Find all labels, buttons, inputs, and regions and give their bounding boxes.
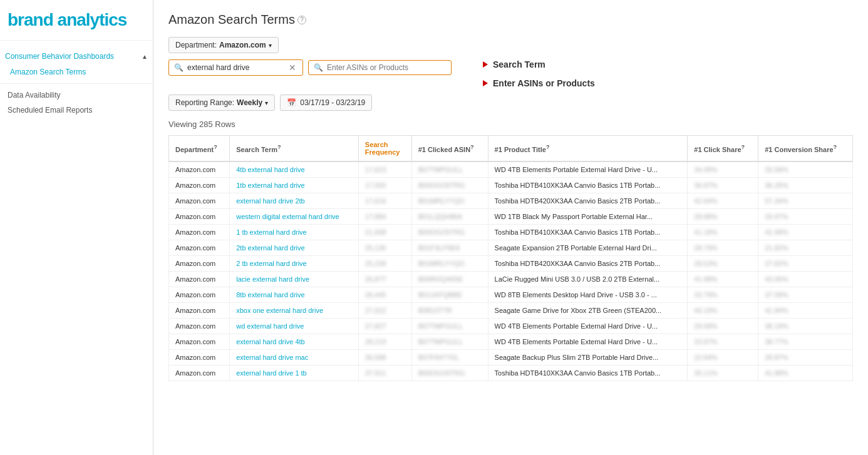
reporting-range-btn[interactable]: Reporting Range: Weekly ▾ — [168, 95, 275, 111]
search-term-link[interactable]: 1 tb external hard drive — [236, 228, 307, 236]
cell-conv-share1: 33.58% — [758, 161, 853, 178]
cell-search-term: 4tb external hard drive — [230, 161, 359, 178]
sidebar: brand analytics Consumer Behavior Dashbo… — [0, 0, 153, 455]
search-term-link[interactable]: 4tb external hard drive — [236, 166, 304, 173]
cell-asin1: B00RGQ40SE — [411, 272, 488, 287]
arrow-right-icon-2 — [483, 80, 488, 86]
cell-conv-share1: 41.88% — [758, 366, 853, 381]
cell-conv-share1: 43.05% — [758, 272, 853, 287]
search-term-input[interactable] — [187, 63, 287, 72]
cell-product1: Seagate Game Drive for Xbox 2TB Green (S… — [488, 303, 688, 319]
search-term-link[interactable]: external hard drive 2tb — [236, 197, 304, 205]
table-row: Amazon.comexternal hard drive 4tb28,219B… — [169, 334, 853, 350]
table-row: Amazon.com2 tb external hard drive25,228… — [169, 256, 853, 272]
viewing-rows-label: Viewing 285 Rows — [168, 120, 853, 129]
cell-search-frequency: 17,623 — [358, 161, 411, 178]
search-term-link[interactable]: lacie external hard drive — [236, 275, 309, 283]
table-row: Amazon.comlacie external hard drive26,87… — [169, 272, 853, 287]
table-row: Amazon.com4tb external hard drive17,623B… — [169, 161, 853, 178]
reporting-range-value: Weekly — [237, 98, 262, 107]
chevron-up-icon: ▲ — [142, 53, 148, 60]
col-header-click-share1: #1 Click Share? — [688, 136, 758, 162]
sidebar-item-data-availability[interactable]: Data Availability — [0, 88, 153, 103]
cell-product1: Toshiba HDTB420XK3AA Canvio Basics 2TB P… — [488, 256, 688, 272]
cell-department: Amazon.com — [169, 240, 230, 256]
sidebar-item-amazon-search-terms[interactable]: Amazon Search Terms — [0, 64, 153, 79]
annotation-asin: Enter ASINs or Products — [483, 78, 595, 88]
cell-search-frequency: 26,877 — [358, 272, 411, 287]
search-term-link[interactable]: 2 tb external hard drive — [236, 260, 307, 267]
cell-product1: WD 1TB Black My Passport Portable Extern… — [488, 209, 688, 225]
cell-click-share1: 40.19% — [688, 303, 758, 319]
cell-click-share1: 34.49% — [688, 161, 758, 178]
cell-product1: Seagate Expansion 2TB Portable External … — [488, 240, 688, 256]
table-row: Amazon.comwestern digital external hard … — [169, 209, 853, 225]
cell-asin1: B07TMPGULL — [411, 319, 488, 334]
cell-product1: WD 8TB Elements Desktop Hard Drive - USB… — [488, 287, 688, 303]
cell-search-term: western digital external hard drive — [230, 209, 359, 225]
search-term-link[interactable]: external hard drive mac — [236, 354, 308, 361]
cell-asin1: B07TMPGULL — [411, 334, 488, 350]
cell-product1: LaCie Rugged Mini USB 3.0 / USB 2.0 2TB … — [488, 272, 688, 287]
asin-input-wrapper: 🔍 — [308, 60, 452, 75]
sidebar-item-scheduled-email-reports[interactable]: Scheduled Email Reports — [0, 103, 153, 118]
department-value: Amazon.com — [219, 41, 266, 49]
arrow-right-icon — [483, 61, 488, 68]
department-filter-btn[interactable]: Department: Amazon.com ▾ — [168, 37, 279, 53]
nav-divider — [0, 83, 153, 84]
search-icon: 🔍 — [174, 63, 183, 72]
search-term-link[interactable]: 2tb external hard drive — [236, 244, 304, 252]
date-range-btn[interactable]: 📅 03/17/19 - 03/23/19 — [280, 95, 372, 111]
clear-search-btn[interactable]: ✕ — [287, 63, 297, 73]
cell-search-frequency: 27,622 — [358, 303, 411, 319]
cell-click-share1: 41.18% — [688, 225, 758, 240]
cell-conv-share1: 21.82% — [758, 240, 853, 256]
search-term-link[interactable]: wd external hard drive — [236, 322, 304, 330]
search-inputs-row: 🔍 ✕ 🔍 — [168, 59, 452, 76]
search-term-link[interactable]: 1tb external hard drive — [236, 181, 304, 189]
cell-search-frequency: 17,550 — [358, 178, 411, 193]
cell-search-frequency: 25,228 — [358, 256, 411, 272]
cell-department: Amazon.com — [169, 319, 230, 334]
search-term-link[interactable]: xbox one external hard drive — [236, 307, 323, 314]
search-term-link[interactable]: external hard drive 4tb — [236, 338, 304, 345]
cell-click-share1: 28.79% — [688, 240, 758, 256]
cell-click-share1: 36.87% — [688, 178, 758, 193]
cell-search-frequency: 17,616 — [358, 193, 411, 209]
consumer-behavior-group[interactable]: Consumer Behavior Dashboards ▲ — [0, 48, 153, 64]
cell-search-term: wd external hard drive — [230, 319, 359, 334]
table-row: Amazon.com8tb external hard drive26,445B… — [169, 287, 853, 303]
page-title: Amazon Search Terms — [168, 13, 295, 27]
asin-input[interactable] — [327, 63, 446, 72]
table-row: Amazon.comexternal hard drive 1 tb37,911… — [169, 366, 853, 381]
table-body: Amazon.com4tb external hard drive17,623B… — [169, 161, 853, 381]
search-term-link[interactable]: western digital external hard drive — [236, 213, 339, 220]
cell-click-share1: 22.84% — [688, 350, 758, 366]
cell-search-term: 2 tb external hard drive — [230, 256, 359, 272]
cell-department: Amazon.com — [169, 350, 230, 366]
cell-search-frequency: 28,219 — [358, 334, 411, 350]
page-title-help-icon[interactable]: ? — [297, 16, 306, 24]
cell-department: Amazon.com — [169, 272, 230, 287]
cell-click-share1: 28.53% — [688, 256, 758, 272]
cell-search-frequency: 36,588 — [358, 350, 411, 366]
cell-conv-share1: 37.58% — [758, 287, 853, 303]
department-label: Department: — [175, 41, 217, 49]
consumer-behavior-label: Consumer Behavior Dashboards — [5, 52, 114, 61]
search-term-link[interactable]: 8tb external hard drive — [236, 291, 304, 299]
cell-search-term: 2tb external hard drive — [230, 240, 359, 256]
search-term-link[interactable]: external hard drive 1 tb — [236, 369, 307, 377]
cell-product1: Seagate Backup Plus Slim 2TB Portable Ha… — [488, 350, 688, 366]
cell-department: Amazon.com — [169, 334, 230, 350]
cell-conv-share1: 36.25% — [758, 178, 853, 193]
cell-click-share1: 28.88% — [688, 209, 758, 225]
cell-conv-share1: 38.77% — [758, 334, 853, 350]
cell-asin1: B07TMPGULL — [411, 161, 488, 178]
cell-search-term: xbox one external hard drive — [230, 303, 359, 319]
reporting-range-row: Reporting Range: Weekly ▾ 📅 03/17/19 - 0… — [168, 95, 853, 111]
cell-conv-share1: 41.84% — [758, 303, 853, 319]
cell-product1: Toshiba HDTB420XK3AA Canvio Basics 2TB P… — [488, 193, 688, 209]
table-row: Amazon.comxbox one external hard drive27… — [169, 303, 853, 319]
cell-department: Amazon.com — [169, 287, 230, 303]
cell-search-frequency: 37,911 — [358, 366, 411, 381]
